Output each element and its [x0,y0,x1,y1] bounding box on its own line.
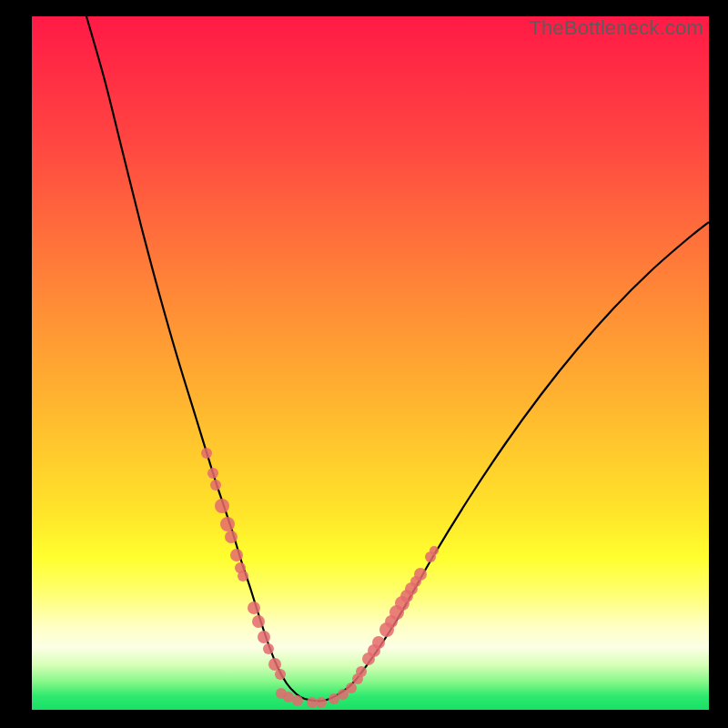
curve-marker [268,658,281,671]
curve-marker [346,682,357,693]
curve-marker [372,636,385,649]
curve-marker [252,615,265,628]
bottleneck-curve-svg [32,16,709,710]
curve-marker [215,499,229,513]
curve-marker [248,602,260,614]
curve-markers [201,448,439,708]
curve-marker [356,666,367,677]
curve-marker [220,517,235,531]
curve-marker [414,568,427,581]
chart-frame: TheBottleneck.com [32,16,709,710]
curve-marker [258,631,270,643]
curve-marker [201,448,212,459]
curve-marker [263,643,274,654]
curve-marker [207,468,218,479]
curve-marker [275,669,286,680]
curve-marker [210,480,221,490]
curve-marker [316,697,327,708]
curve-marker [225,531,238,543]
curve-marker [230,549,243,561]
curve-marker [238,571,248,581]
curve-marker [430,546,439,555]
watermark-text: TheBottleneck.com [529,16,703,40]
curve-marker [292,695,303,706]
